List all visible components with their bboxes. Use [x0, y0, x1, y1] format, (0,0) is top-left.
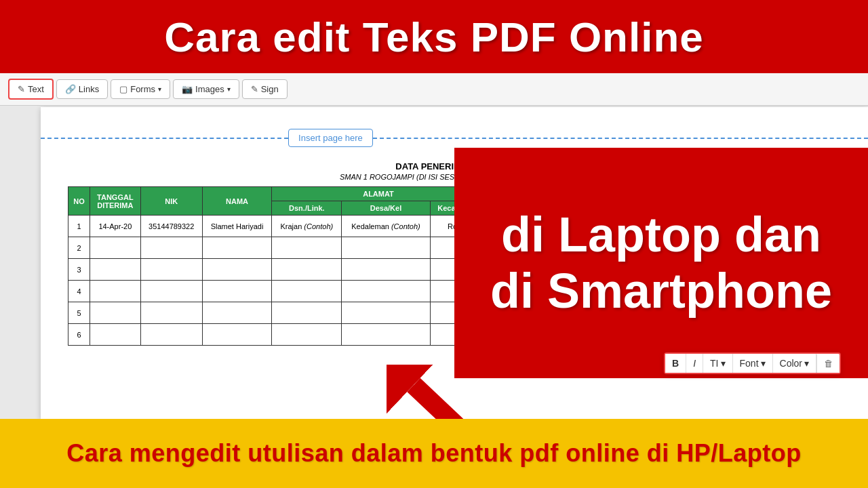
sign-icon: ✎ [251, 84, 258, 94]
dashed-line-left [41, 138, 288, 139]
table-cell [272, 259, 342, 281]
table-cell [342, 302, 431, 324]
table-cell [272, 237, 342, 259]
table-cell [342, 281, 431, 302]
table-cell [202, 324, 272, 346]
images-tool-button[interactable]: 📷 Images ▾ [173, 79, 239, 99]
table-cell: 5 [68, 302, 90, 324]
table-cell [90, 281, 140, 302]
table-cell: 4 [68, 281, 90, 302]
table-cell: 2 [68, 237, 90, 259]
text-tool-button[interactable]: ✎ Text [8, 79, 54, 100]
color-button[interactable]: Color ▾ [773, 354, 816, 373]
text-size-label: TI [710, 358, 718, 369]
color-label: Color [780, 358, 802, 369]
font-button[interactable]: Font ▾ [733, 354, 773, 373]
table-cell [202, 302, 272, 324]
table-cell [140, 324, 202, 346]
bottom-banner: Cara mengedit utulisan dalam bentuk pdf … [0, 419, 868, 488]
italic-button[interactable]: I [686, 354, 703, 373]
table-cell: 35144789322 [140, 216, 202, 237]
insert-page-bar: Insert page here [41, 129, 868, 147]
table-cell [342, 237, 431, 259]
font-label: Font [740, 358, 759, 369]
chevron-down-icon5: ▾ [804, 358, 809, 369]
red-arrow-graphic [387, 365, 590, 419]
links-tool-button[interactable]: 🔗 Links [56, 79, 108, 99]
table-cell [140, 259, 202, 281]
table-cell [90, 237, 140, 259]
col-nik: NIK [140, 187, 202, 216]
table-cell [202, 237, 272, 259]
table-cell: 6 [68, 324, 90, 346]
forms-icon: ▢ [119, 84, 127, 94]
top-banner: Cara edit Teks PDF Online [0, 0, 868, 73]
svg-line-1 [414, 385, 536, 419]
table-cell: Krajan (Contoh) [272, 216, 342, 237]
col-tanggal: TANGGALDITERIMA [90, 187, 140, 216]
table-cell [90, 259, 140, 281]
bold-button[interactable]: B [665, 354, 686, 373]
chevron-down-icon: ▾ [158, 85, 161, 93]
top-banner-title: Cara edit Teks PDF Online [164, 13, 704, 61]
table-cell [140, 237, 202, 259]
delete-button[interactable]: 🗑 [816, 354, 840, 373]
toolbar-strip: ✎ Text 🔗 Links ▢ Forms ▾ 📷 Images ▾ ✎ Si… [0, 73, 868, 106]
table-cell [90, 302, 140, 324]
forms-tool-button[interactable]: ▢ Forms ▾ [111, 79, 170, 99]
table-cell [202, 281, 272, 302]
overlay-line2: di Smartphone [490, 263, 832, 319]
images-icon: 📷 [182, 84, 193, 94]
table-cell [140, 302, 202, 324]
table-cell [272, 324, 342, 346]
table-cell: 14-Apr-20 [90, 216, 140, 237]
table-cell [90, 324, 140, 346]
text-size-button[interactable]: TI ▾ [703, 354, 732, 373]
table-cell [202, 259, 272, 281]
table-cell [342, 324, 431, 346]
text-icon: ✎ [18, 84, 25, 94]
pdf-editor-area: ✎ Text 🔗 Links ▢ Forms ▾ 📷 Images ▾ ✎ Si… [0, 73, 868, 419]
text-edit-toolbar: B I TI ▾ Font ▾ Color ▾ 🗑 [664, 352, 841, 374]
col-no: NO [68, 187, 90, 216]
col-desa: Desa/Kel [342, 201, 431, 216]
table-cell [342, 259, 431, 281]
col-alamat: ALAMAT [272, 187, 485, 201]
table-cell [272, 281, 342, 302]
col-dsn: Dsn./Link. [272, 201, 342, 216]
insert-page-button[interactable]: Insert page here [288, 129, 373, 147]
dashed-line-right [373, 138, 868, 139]
table-cell: 1 [68, 216, 90, 237]
table-cell [272, 302, 342, 324]
overlay-line1: di Laptop dan [501, 207, 821, 263]
table-cell: Kedaleman (Contoh) [342, 216, 431, 237]
overlay-right: di Laptop dan di Smartphone [454, 148, 868, 378]
table-cell: 3 [68, 259, 90, 281]
col-nama: NAMA [202, 187, 272, 216]
bottom-banner-text: Cara mengedit utulisan dalam bentuk pdf … [66, 439, 802, 468]
delete-icon: 🗑 [824, 359, 833, 369]
chevron-down-icon3: ▾ [721, 358, 726, 369]
chevron-down-icon2: ▾ [227, 85, 231, 93]
sign-tool-button[interactable]: ✎ Sign [242, 79, 288, 99]
table-cell [140, 281, 202, 302]
table-cell: Slamet Hariyadi [202, 216, 272, 237]
chevron-down-icon4: ▾ [761, 358, 766, 369]
link-icon: 🔗 [65, 84, 76, 94]
